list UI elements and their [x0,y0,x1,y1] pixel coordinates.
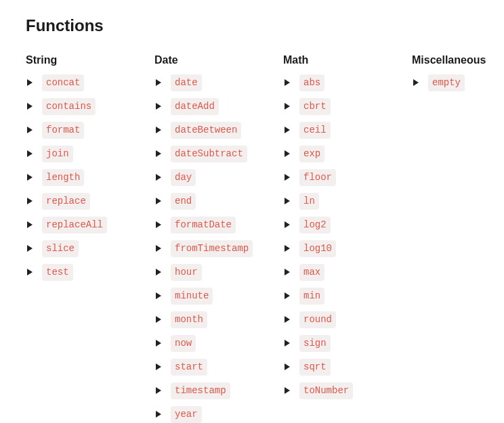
toggle-right-icon [156,363,161,370]
list-item[interactable]: exp [283,146,412,162]
column-heading: Date [154,54,283,66]
list-item[interactable]: contains [26,98,154,115]
list-item[interactable]: max [283,264,412,281]
toggle-right-icon [285,221,290,228]
function-chip: dateBetween [171,122,241,139]
function-list: abs cbrt ceil exp floor ln log2 log10 ma… [283,74,412,399]
list-item[interactable]: timestamp [154,382,283,399]
list-item[interactable]: join [26,146,154,162]
function-chip: exp [299,146,324,162]
list-item[interactable]: fromTimestamp [154,240,283,257]
list-item[interactable]: round [283,311,412,328]
toggle-right-icon [156,198,161,204]
list-item[interactable]: abs [283,74,412,91]
list-item[interactable]: slice [26,240,154,257]
toggle-right-icon [156,316,161,323]
column-string: String concat contains format join lengt… [26,54,154,423]
function-chip: start [171,359,207,376]
toggle-right-icon [285,316,290,323]
function-chip: round [299,311,336,328]
function-chip: max [299,264,324,281]
toggle-right-icon [285,127,290,133]
list-item[interactable]: date [154,74,283,91]
toggle-right-icon [156,150,161,157]
list-item[interactable]: dateAdd [154,98,283,115]
function-chip: empty [428,74,465,91]
list-item[interactable]: dateBetween [154,122,283,139]
toggle-right-icon [156,387,161,394]
function-chip: concat [42,74,84,91]
function-chip: slice [42,240,79,257]
toggle-right-icon [156,292,161,299]
page-title: Functions [26,16,478,35]
toggle-right-icon [156,79,161,86]
list-item[interactable]: toNumber [283,382,412,399]
list-item[interactable]: ln [283,193,412,210]
toggle-right-icon [285,363,290,370]
list-item[interactable]: formatDate [154,217,283,233]
toggle-right-icon [27,269,33,275]
toggle-right-icon [27,127,33,133]
list-item[interactable]: format [26,122,154,139]
list-item[interactable]: day [154,169,283,186]
function-chip: replace [42,193,90,210]
list-item[interactable]: year [154,406,283,423]
list-item[interactable]: hour [154,264,283,281]
toggle-right-icon [27,150,33,157]
function-list: empty [412,74,493,91]
list-item[interactable]: replaceAll [26,217,154,233]
list-item[interactable]: min [283,288,412,305]
list-item[interactable]: empty [412,74,493,91]
function-list: concat contains format join length repla… [26,74,154,281]
toggle-right-icon [27,221,33,228]
toggle-right-icon [285,269,290,275]
list-item[interactable]: log2 [283,217,412,233]
list-item[interactable]: concat [26,74,154,91]
list-item[interactable]: minute [154,288,283,305]
function-chip: fromTimestamp [171,240,253,257]
toggle-right-icon [27,245,33,252]
function-chip: abs [299,74,324,91]
function-chip: replaceAll [42,217,107,233]
function-chip: sign [299,335,331,352]
list-item[interactable]: now [154,335,283,352]
list-item[interactable]: sqrt [283,359,412,376]
list-item[interactable]: cbrt [283,98,412,115]
toggle-right-icon [27,103,33,110]
list-item[interactable]: ceil [283,122,412,139]
list-item[interactable]: month [154,311,283,328]
function-chip: toNumber [299,382,353,399]
column-miscellaneous: Miscellaneous empty [412,54,493,423]
function-chip: sqrt [299,359,331,376]
function-chip: minute [171,288,213,305]
toggle-right-icon [156,245,161,252]
toggle-right-icon [27,79,33,86]
function-list: date dateAdd dateBetween dateSubtract da… [154,74,283,423]
function-chip: format [42,122,84,139]
list-item[interactable]: length [26,169,154,186]
toggle-right-icon [285,340,290,347]
toggle-right-icon [156,269,161,275]
list-item[interactable]: sign [283,335,412,352]
list-item[interactable]: end [154,193,283,210]
function-chip: dateAdd [171,98,219,115]
function-chip: timestamp [171,382,230,399]
function-chip: min [299,288,324,305]
function-chip: floor [299,169,336,186]
list-item[interactable]: log10 [283,240,412,257]
function-chip: date [171,74,202,91]
list-item[interactable]: dateSubtract [154,146,283,162]
function-chip: day [171,169,196,186]
list-item[interactable]: start [154,359,283,376]
function-chip: end [171,193,196,210]
toggle-right-icon [156,411,161,418]
toggle-right-icon [27,174,33,181]
toggle-right-icon [413,79,419,86]
toggle-right-icon [156,103,161,110]
column-heading: Math [283,54,412,66]
toggle-right-icon [156,127,161,133]
list-item[interactable]: replace [26,193,154,210]
function-chip: join [42,146,73,162]
list-item[interactable]: test [26,264,154,281]
list-item[interactable]: floor [283,169,412,186]
